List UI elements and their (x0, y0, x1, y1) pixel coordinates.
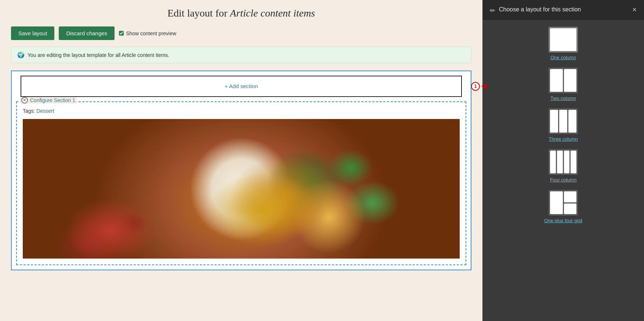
page-title: Edit layout for Article content items (11, 7, 471, 19)
sidebar-title: Choose a layout for this section (499, 6, 581, 14)
four-column-label[interactable]: Four column (550, 177, 576, 183)
toolbar: Save layout Discard changes Show content… (11, 26, 471, 40)
col-3 (564, 151, 570, 173)
pencil-icon: ✏ (490, 7, 495, 15)
col-1 (550, 69, 563, 92)
section-1-area: ✕ Configure Section 1 Tags: Dessert (16, 101, 466, 265)
preview-checkbox[interactable] (119, 31, 124, 36)
add-section-link[interactable]: + Add section (225, 83, 258, 89)
col-3 (568, 110, 576, 133)
col-1 (550, 28, 576, 51)
food-image (23, 119, 460, 259)
layout-option-three-column[interactable]: Three column (488, 108, 638, 142)
grid-cell-bottom-right (564, 203, 577, 214)
close-section-button[interactable]: ✕ (21, 97, 28, 104)
globe-icon: 🌍 (17, 51, 25, 58)
col-2 (557, 151, 563, 173)
add-section-wrapper: + Add section 1 (16, 76, 466, 97)
col-1 (550, 151, 556, 173)
discard-changes-button[interactable]: Discard changes (59, 26, 115, 40)
food-image-inner (23, 119, 460, 259)
two-column-preview (549, 68, 578, 93)
grid-cell-main (550, 191, 563, 214)
sidebar-close-button[interactable]: × (632, 6, 637, 13)
one-column-preview (549, 27, 578, 53)
col-1 (550, 110, 558, 133)
sidebar-header-left: ✏ Choose a layout for this section (490, 6, 581, 15)
three-column-preview (549, 108, 578, 134)
layout-editor: + Add section 1 ✕ Configure Section 1 Ta… (11, 71, 471, 270)
one-column-label[interactable]: One column (550, 55, 576, 60)
main-content: Edit layout for Article content items Sa… (0, 0, 482, 321)
info-banner: 🌍 You are editing the layout template fo… (11, 47, 471, 63)
configure-section-link[interactable]: Configure Section 1 (30, 97, 75, 103)
add-section-box[interactable]: + Add section (21, 76, 462, 97)
layout-options: One column 2 Two column Three column (482, 21, 644, 237)
four-column-preview (549, 149, 578, 175)
preview-toggle-label[interactable]: Show content preview (119, 30, 176, 36)
layout-option-one-column[interactable]: One column (488, 27, 638, 60)
save-layout-button[interactable]: Save layout (11, 26, 54, 40)
col-4 (571, 151, 576, 173)
tags-line: Tags: Dessert (23, 108, 460, 114)
three-column-label[interactable]: Three column (549, 136, 578, 142)
layout-option-one-plus-four[interactable]: One plus four grid (488, 190, 638, 223)
grid-cell-top-right (564, 191, 577, 202)
annotation-1: 1 (471, 82, 486, 91)
arrow-1 (481, 83, 486, 89)
tag-dessert-link[interactable]: Dessert (36, 108, 54, 114)
sidebar-header: ✏ Choose a layout for this section × (482, 0, 644, 21)
col-2 (564, 69, 577, 92)
col-2 (559, 110, 567, 133)
one-plus-four-preview (549, 190, 578, 216)
badge-1: 1 (471, 82, 480, 91)
configure-section-header: ✕ Configure Section 1 (20, 97, 77, 104)
layout-option-two-column[interactable]: 2 Two column (488, 68, 638, 101)
section-content: Tags: Dessert (17, 102, 466, 264)
two-column-label[interactable]: Two column (550, 95, 576, 101)
one-plus-four-label[interactable]: One plus four grid (544, 218, 582, 223)
layout-option-four-column[interactable]: Four column (488, 149, 638, 183)
sidebar-panel: ✏ Choose a layout for this section × One… (482, 0, 644, 321)
